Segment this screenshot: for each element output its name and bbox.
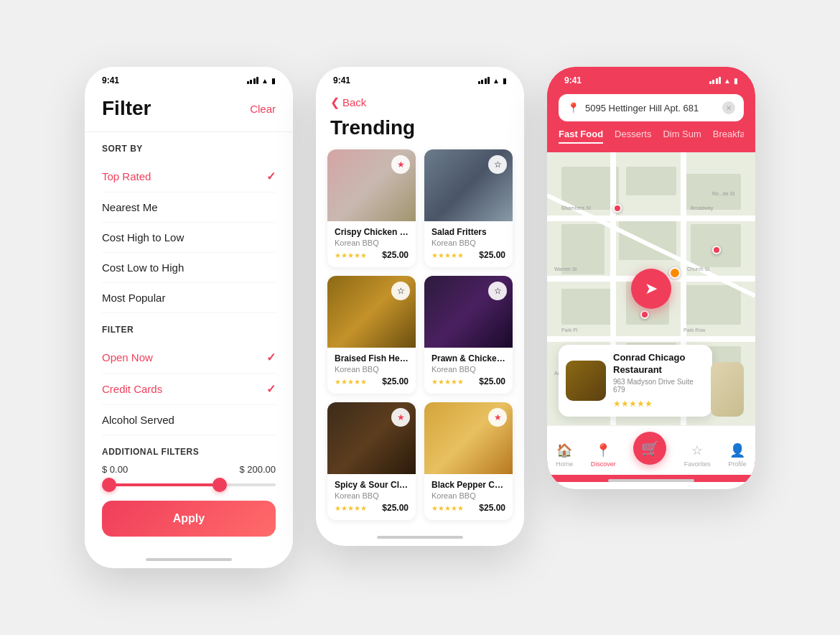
food-card-1[interactable]: ★ Crispy Chicken San... Korean BBQ ★★★★★… xyxy=(327,149,416,267)
category-tabs: Fast Food Desserts Dim Sum Breakfa... xyxy=(559,129,744,144)
navigation-pin: ➤ xyxy=(631,269,671,309)
food-price-4: $25.00 xyxy=(479,376,505,386)
status-icons-2: ▲ ▮ xyxy=(478,77,507,85)
restaurant-address: 963 Madyson Drive Suite 679 xyxy=(613,378,705,394)
sort-by-label: SORT BY xyxy=(102,144,276,154)
cat-tab-desserts[interactable]: Desserts xyxy=(615,129,651,144)
food-card-4[interactable]: ☆ Prawn & Chicken Roll Korean BBQ ★★★★★ … xyxy=(424,276,513,394)
slider-thumb-right[interactable] xyxy=(213,478,227,492)
sort-by-section: SORT BY Top Rated ✓ Nearest Me Cost High… xyxy=(85,132,293,313)
food-stars-4: ★★★★★ xyxy=(431,378,464,386)
map-header: 📍 5095 Hettinger Hill Apt. 681 ✕ Fast Fo… xyxy=(547,90,755,152)
food-info-2: Salad Fritters Korean BBQ ★★★★★ $25.00 xyxy=(424,221,513,267)
nav-discover[interactable]: 📍 Discover xyxy=(591,442,616,468)
nav-discover-label: Discover xyxy=(591,460,616,468)
food-image-2: ☆ xyxy=(424,149,513,221)
status-bar-1: 9:41 ▲ ▮ xyxy=(85,67,293,90)
apply-button[interactable]: Apply xyxy=(102,501,276,537)
restaurant-name: Conrad Chicago Restaurant xyxy=(613,352,705,376)
food-name-3: Braised Fish Head xyxy=(335,353,409,363)
food-stars-2: ★★★★★ xyxy=(431,251,464,259)
cat-tab-breakfast[interactable]: Breakfa... xyxy=(713,129,744,144)
sort-option-nearest[interactable]: Nearest Me xyxy=(102,193,276,223)
map-pin-3[interactable] xyxy=(640,310,649,319)
food-meta-4: ★★★★★ $25.00 xyxy=(431,376,505,386)
food-image-4: ☆ xyxy=(424,276,513,348)
food-image-1: ★ xyxy=(327,149,416,221)
svg-text:Chambers St: Chambers St xyxy=(561,205,591,210)
sort-option-cost-low[interactable]: Cost Low to High xyxy=(102,253,276,283)
filter-title: Filter xyxy=(102,97,151,120)
clear-button[interactable]: Clear xyxy=(250,103,276,115)
home-indicator-3 xyxy=(608,479,694,482)
svg-text:Church St: Church St xyxy=(687,266,709,272)
cart-icon: 🛒 xyxy=(633,432,666,465)
check-icon-open-now: ✓ xyxy=(266,351,276,364)
food-name-5: Spicy & Sour Clams xyxy=(335,480,409,490)
food-price-6: $25.00 xyxy=(479,503,505,513)
food-card-5[interactable]: ★ Spicy & Sour Clams Korean BBQ ★★★★★ $2… xyxy=(327,402,416,520)
food-price-5: $25.00 xyxy=(382,503,409,513)
food-price-2: $25.00 xyxy=(479,250,505,260)
food-info-5: Spicy & Sour Clams Korean BBQ ★★★★★ $25.… xyxy=(327,474,416,520)
food-stars-3: ★★★★★ xyxy=(335,378,367,386)
bookmark-icon-2[interactable]: ☆ xyxy=(488,155,507,174)
svg-text:Warren St: Warren St xyxy=(554,266,577,272)
bookmark-icon-3[interactable]: ☆ xyxy=(391,282,410,300)
food-restaurant-4: Korean BBQ xyxy=(431,365,505,374)
map-pin-2[interactable] xyxy=(712,246,721,254)
status-icons-1: ▲ ▮ xyxy=(247,77,276,85)
slider-thumb-left[interactable] xyxy=(102,478,116,492)
food-card-3[interactable]: ☆ Braised Fish Head Korean BBQ ★★★★★ $25… xyxy=(327,276,416,394)
food-price-3: $25.00 xyxy=(382,376,409,386)
address-search-bar[interactable]: 📍 5095 Hettinger Hill Apt. 681 ✕ xyxy=(559,94,744,121)
nav-favorites[interactable]: ☆ Favorites xyxy=(684,442,711,468)
cat-tab-fast-food[interactable]: Fast Food xyxy=(559,129,603,144)
filter-open-now[interactable]: Open Now ✓ xyxy=(102,342,276,374)
food-name-4: Prawn & Chicken Roll xyxy=(431,353,505,363)
restaurant-stars: ★★★★★ xyxy=(613,399,653,409)
bookmark-icon-5[interactable]: ★ xyxy=(391,408,410,427)
bookmark-icon-6[interactable]: ★ xyxy=(488,408,507,427)
price-slider[interactable] xyxy=(102,483,276,486)
nav-cart[interactable]: 🛒 xyxy=(633,432,666,468)
food-stars-1: ★★★★★ xyxy=(335,251,367,259)
filter-open-now-label: Open Now xyxy=(102,351,153,363)
map-pin-1[interactable] xyxy=(613,204,622,213)
svg-text:Park Row: Park Row xyxy=(683,328,706,333)
bookmark-icon-4[interactable]: ☆ xyxy=(488,282,507,300)
bookmark-icon-1[interactable]: ★ xyxy=(391,155,410,174)
nav-profile-label: Profile xyxy=(728,460,747,468)
next-restaurant-thumbnail xyxy=(711,362,744,417)
food-info-6: Black Pepper Chicken Korean BBQ ★★★★★ $2… xyxy=(424,474,513,520)
food-name-1: Crispy Chicken San... xyxy=(335,227,409,237)
map-pin-orange[interactable] xyxy=(669,267,681,279)
clear-address-icon[interactable]: ✕ xyxy=(722,101,735,114)
sort-nearest-label: Nearest Me xyxy=(102,201,158,213)
sort-option-popular[interactable]: Most Popular xyxy=(102,283,276,313)
filter-alcohol[interactable]: Alcohol Served xyxy=(102,405,276,435)
bottom-nav: 🏠 Home 📍 Discover 🛒 ☆ Favorites xyxy=(547,425,755,475)
trending-phone: 9:41 ▲ ▮ ❮ Back xyxy=(316,67,524,546)
cat-tab-dim-sum[interactable]: Dim Sum xyxy=(663,129,701,144)
filter-credit-cards-label: Credit Cards xyxy=(102,383,162,395)
nav-home[interactable]: 🏠 Home xyxy=(556,442,573,468)
nav-profile[interactable]: 👤 Profile xyxy=(728,442,747,468)
restaurant-card[interactable]: Conrad Chicago Restaurant 963 Madyson Dr… xyxy=(559,345,712,417)
back-nav[interactable]: ❮ Back xyxy=(316,90,524,112)
status-bar-2: 9:41 ▲ ▮ xyxy=(316,67,524,90)
additional-filters-section: ADDITIONAL FILTERS $ 0.00 $ 200.00 xyxy=(85,435,293,486)
battery-icon-3: ▮ xyxy=(734,77,738,85)
food-card-6[interactable]: ★ Black Pepper Chicken Korean BBQ ★★★★★ … xyxy=(424,402,513,520)
filter-credit-cards[interactable]: Credit Cards ✓ xyxy=(102,374,276,405)
sort-option-top-rated[interactable]: Top Rated ✓ xyxy=(102,161,276,193)
sort-option-cost-high[interactable]: Cost High to Low xyxy=(102,223,276,253)
next-restaurant-card[interactable] xyxy=(711,362,744,417)
restaurant-thumbnail xyxy=(566,361,606,401)
food-name-2: Salad Fritters xyxy=(431,227,505,237)
food-card-2[interactable]: ☆ Salad Fritters Korean BBQ ★★★★★ $25.00 xyxy=(424,149,513,267)
food-meta-6: ★★★★★ $25.00 xyxy=(431,503,505,513)
filter-alcohol-label: Alcohol Served xyxy=(102,414,174,426)
map-area[interactable]: Chambers St Broadway Warren St Church St… xyxy=(547,152,755,425)
signal-icon-3 xyxy=(709,77,722,84)
